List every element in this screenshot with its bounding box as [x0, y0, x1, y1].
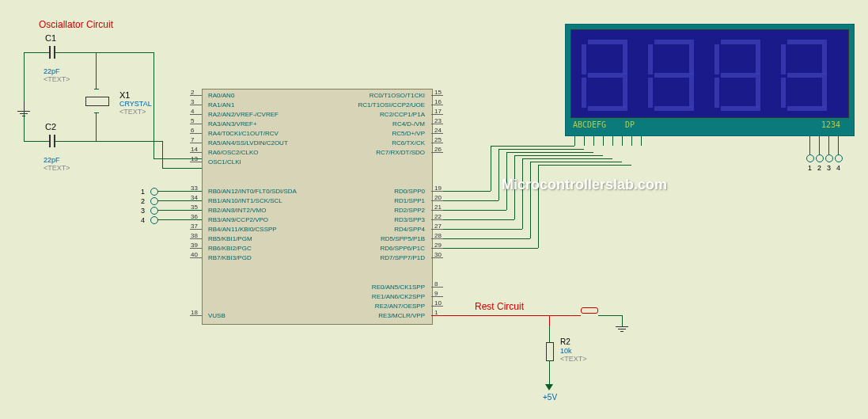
- pin-name: RB5/KBI1/PGM: [208, 235, 252, 242]
- pin-name: RB2/AN8/INT2/VMO: [208, 207, 266, 214]
- pin-name: RA2/AN2/VREF-/CVREF: [208, 111, 279, 118]
- r2-txt: <TEXT>: [560, 355, 587, 363]
- terminal-rb0[interactable]: [150, 188, 158, 196]
- pin-name: RC1/T1OSI/CCP2/UOE: [358, 101, 425, 109]
- wire: [24, 52, 49, 53]
- segment: [756, 78, 760, 108]
- reset-button[interactable]: [581, 307, 603, 315]
- display-label-abcdefg: ABCDEFG: [573, 120, 606, 129]
- pin-name: RB3/AN9/CCP2/VPO: [208, 216, 268, 223]
- pin-name: RB0/AN12/INT0/FLT0/SDI/SDA: [208, 188, 297, 195]
- schematic-canvas: Osciallator Circuit C1 22pF <TEXT> C2 22…: [0, 0, 868, 419]
- dpin-4: 4: [836, 164, 840, 172]
- pin-name: RA5/AN4/SS/LVDIN/C2OUT: [208, 139, 288, 147]
- x1-ref: X1: [119, 90, 130, 100]
- vcc-arrow-icon: [545, 384, 553, 390]
- pin-name: VUSB: [208, 312, 226, 319]
- dpin-1: 1: [808, 164, 812, 172]
- pin-name: RD2/SPP2: [394, 207, 425, 214]
- rest-title: Rest Circuit: [475, 301, 524, 312]
- vcc-label: +5V: [543, 393, 557, 402]
- segment: [781, 78, 786, 108]
- pin-name: RC4/D-/VM: [392, 120, 425, 128]
- pin-name: RB6/KBI2/PGC: [208, 245, 252, 252]
- pin-name: RB4/AN11/KBI0/CSSPP: [208, 226, 277, 233]
- c1-txt: <TEXT>: [44, 75, 70, 83]
- pin-name: RB1/AN10/INT1/SCK/SCL: [208, 197, 282, 204]
- segment: [787, 106, 827, 111]
- portb-num-3: 3: [141, 207, 145, 215]
- segment: [588, 73, 627, 78]
- terminal-rb1[interactable]: [150, 197, 158, 205]
- digit-pin-1[interactable]: [806, 154, 814, 162]
- digit-pin-4[interactable]: [835, 154, 843, 162]
- c2-val: 22pF: [44, 156, 60, 164]
- dpin-3: 3: [827, 164, 831, 172]
- pin-name: RD0/SPP0: [394, 188, 425, 195]
- segment: [648, 44, 653, 74]
- segment: [689, 78, 694, 108]
- segment: [623, 78, 627, 108]
- c2-txt: <TEXT>: [44, 164, 70, 172]
- r2-val: 10k: [560, 347, 572, 355]
- terminal-rb2[interactable]: [150, 207, 158, 215]
- pin-name: RA6/OSC2/CLKO: [208, 149, 259, 156]
- segment: [787, 40, 827, 44]
- segment: [582, 44, 586, 74]
- oscillator-title: Osciallator Circuit: [39, 19, 113, 30]
- pin-name: RE2/AN7/OESPP: [375, 303, 425, 310]
- c1-ref: C1: [45, 33, 56, 43]
- segment: [721, 40, 760, 44]
- pin-name: OSC1/CLKI: [208, 158, 241, 166]
- r2-ref: R2: [560, 337, 570, 346]
- display-label-dp: DP: [625, 120, 635, 129]
- dpin-2: 2: [817, 164, 821, 172]
- x1-txt: <TEXT>: [119, 108, 146, 116]
- resistor-r2[interactable]: [546, 342, 554, 361]
- pin-name: RC0/T1OSO/T1CKI: [370, 92, 425, 99]
- digit-pin-3[interactable]: [825, 154, 833, 162]
- pin-name: RC2/CCP1/P1A: [380, 111, 425, 118]
- pin-name: RC5/D+/VP: [392, 130, 425, 137]
- digit-pin-2[interactable]: [816, 154, 824, 162]
- pin-name: RD4/SPP4: [394, 226, 425, 233]
- segment: [654, 40, 694, 44]
- segment: [721, 73, 760, 78]
- segment: [582, 78, 586, 108]
- watermark-text: Microcontrollerslab.com: [502, 177, 667, 193]
- segment: [588, 106, 627, 111]
- pin-name: RA3/AN3/VREF+: [208, 120, 257, 128]
- segment: [588, 40, 627, 44]
- segment: [654, 73, 694, 78]
- pin-name: RD1/SPP1: [394, 197, 425, 204]
- pin-name: RD5/SPP5/P1B: [381, 235, 425, 242]
- pin-name: RC7/RX/DT/SDO: [376, 149, 425, 156]
- pin-name: RD3/SPP3: [394, 216, 425, 223]
- portb-num-4: 4: [141, 216, 145, 224]
- x1-val: CRYSTAL: [119, 100, 152, 108]
- segment: [648, 78, 653, 108]
- segment: [714, 44, 719, 74]
- portb-num-1: 1: [141, 188, 145, 196]
- pin-name: RE0/AN5/CK1SPP: [372, 284, 425, 291]
- portb-num-2: 2: [141, 197, 145, 205]
- pin-name: RE1/AN6/CK2SPP: [372, 293, 425, 300]
- segment: [781, 44, 786, 74]
- pin-name: RB7/KBI3/PGD: [208, 254, 252, 261]
- segment: [787, 73, 827, 78]
- segment: [822, 78, 827, 108]
- segment: [689, 44, 694, 74]
- c2-ref: C2: [45, 122, 56, 131]
- terminal-rb3[interactable]: [150, 216, 158, 224]
- c1-val: 22pF: [44, 67, 60, 75]
- pin-name: RC6/TX/CK: [392, 139, 425, 147]
- pin-name: RA0/AN0: [208, 92, 234, 99]
- pin-name: RA4/T0CKI/C1OUT/RCV: [208, 130, 279, 137]
- segment: [623, 44, 627, 74]
- crystal-x1[interactable]: [85, 97, 109, 106]
- display-label-1234: 1234: [821, 120, 840, 129]
- segment: [714, 78, 719, 108]
- pin-name: RA1/AN1: [208, 101, 234, 109]
- pin-name: RD6/SPP6/P1C: [381, 245, 425, 252]
- segment: [822, 44, 827, 74]
